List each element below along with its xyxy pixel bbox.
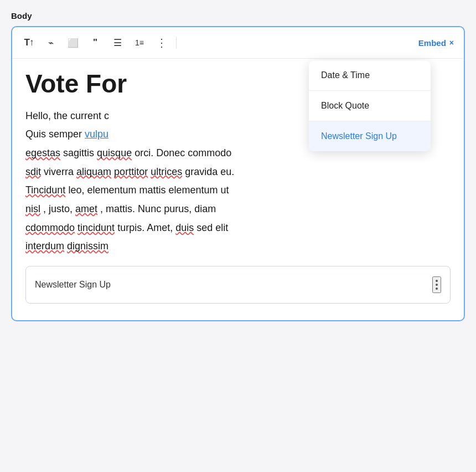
more-button[interactable]: ⋮ [152,33,172,53]
body-label: Body [11,11,465,20]
link-icon: ⌁ [48,37,54,49]
list-button[interactable]: ☰ [107,33,127,53]
quote-icon: " [93,37,97,48]
body-line-7: cdommodo tincidunt turpis. Amet, duis se… [25,220,451,237]
embed-label: Embed [418,38,446,48]
body-line-4: sdit viverra aliquam porttitor ultrices … [25,164,451,181]
dropdown-menu: Date & Time Block Quote Newsletter Sign … [309,60,431,151]
newsletter-block: Newsletter Sign Up [25,266,451,304]
body-line-6: nisl , justo, amet , mattis. Nunc purus,… [25,201,451,218]
text-size-button[interactable]: T↑ [19,33,39,53]
dropdown-item-date-time[interactable]: Date & Time [309,60,431,91]
newsletter-options-button[interactable] [432,276,441,293]
list-icon: ☰ [113,37,122,49]
toolbar-divider [176,37,177,49]
dropdown-item-newsletter[interactable]: Newsletter Sign Up [309,121,431,151]
dot-1 [436,280,438,282]
body-line-5: Tincidunt leo, elementum mattis elementu… [25,182,451,199]
body-link[interactable]: vulpu [85,129,108,140]
image-button[interactable]: ⬜ [63,33,83,53]
toolbar: T↑ ⌁ ⬜ " ☰ 1≡ ⋮ Embed × [12,27,464,59]
newsletter-label: Newsletter Sign Up [35,280,111,290]
editor-container: T↑ ⌁ ⬜ " ☰ 1≡ ⋮ Embed × Date & Time [11,26,465,321]
link-button[interactable]: ⌁ [41,33,61,53]
body-line-8: interdum dignissim [25,238,451,255]
ordered-list-button[interactable]: 1≡ [130,33,149,53]
dot-3 [436,288,438,290]
embed-close-icon[interactable]: × [449,38,454,47]
ordered-list-icon: 1≡ [135,38,144,47]
embed-button[interactable]: Embed × [415,36,457,50]
dropdown-item-block-quote[interactable]: Block Quote [309,91,431,121]
image-icon: ⬜ [68,38,79,48]
quote-button[interactable]: " [85,33,105,53]
dot-2 [436,284,438,286]
more-icon: ⋮ [156,36,167,49]
text-size-icon: T↑ [24,37,34,48]
